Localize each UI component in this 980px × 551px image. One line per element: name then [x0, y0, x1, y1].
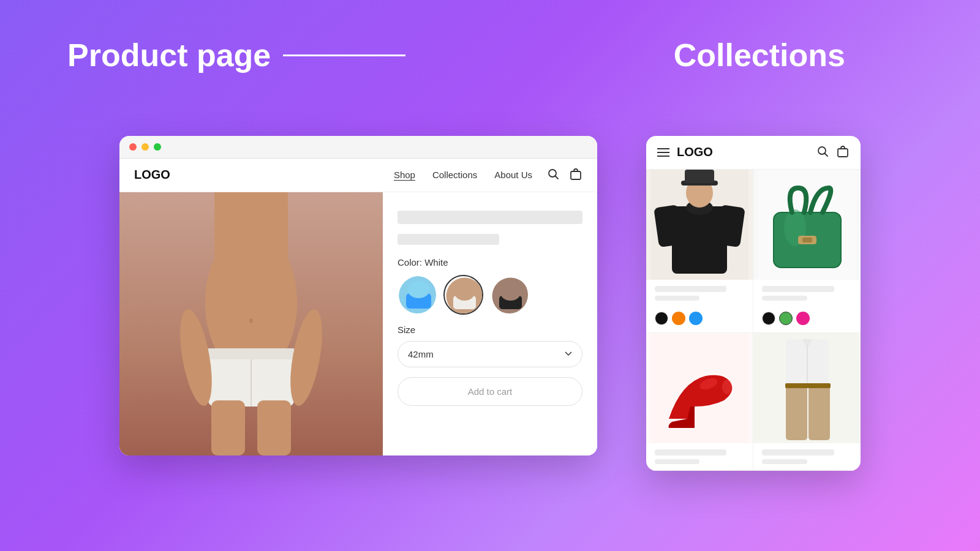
- card-image-pants: [753, 333, 861, 443]
- cart-icon[interactable]: [569, 167, 582, 183]
- collections-search-icon[interactable]: [816, 145, 829, 160]
- hamburger-line-3: [657, 156, 669, 157]
- size-label: Size: [398, 324, 582, 335]
- card-price-bar-heels: [655, 459, 699, 464]
- card-title-bar-bag: [762, 286, 834, 292]
- card-price-bar: [655, 296, 699, 301]
- card-swatches-bag: [753, 307, 861, 332]
- collections-text: Collections: [674, 37, 845, 73]
- svg-rect-9: [257, 400, 291, 455]
- collections-navbar: LOGO: [646, 136, 861, 170]
- card-info-heels: [646, 443, 753, 470]
- product-page-browser: LOGO Shop Collections About Us: [119, 136, 597, 455]
- card-price-bar-bag: [762, 296, 807, 301]
- svg-point-4: [249, 318, 253, 323]
- card-image-heels: [646, 333, 753, 443]
- nav-about-us[interactable]: About Us: [494, 170, 532, 180]
- hamburger-line-2: [657, 152, 669, 153]
- svg-line-1: [556, 176, 559, 179]
- product-navbar: LOGO Shop Collections About Us: [119, 159, 597, 192]
- product-card-bag[interactable]: [753, 170, 861, 333]
- swatch-black[interactable]: [655, 312, 668, 325]
- window-minimize-button[interactable]: [141, 143, 149, 151]
- nav-icons: [547, 167, 582, 183]
- product-photo: [119, 192, 383, 455]
- product-subtitle-placeholder: [398, 234, 499, 245]
- product-card-heels[interactable]: [646, 333, 753, 471]
- svg-rect-12: [214, 192, 288, 278]
- card-title-bar-pants: [762, 449, 834, 455]
- product-card-sweater[interactable]: [646, 170, 753, 333]
- svg-rect-46: [785, 383, 831, 388]
- label-divider: [283, 54, 405, 56]
- add-to-cart-button[interactable]: Add to cart: [398, 377, 582, 406]
- color-swatch-cyan[interactable]: [398, 275, 437, 315]
- svg-point-21: [501, 286, 521, 301]
- main-panels: LOGO Shop Collections About Us: [119, 81, 861, 471]
- svg-point-15: [408, 281, 430, 298]
- product-logo: LOGO: [134, 168, 170, 182]
- search-icon[interactable]: [547, 168, 559, 182]
- size-select[interactable]: 42mm 38mm 40mm 44mm: [398, 341, 582, 367]
- collections-cart-icon[interactable]: [836, 144, 850, 160]
- product-title-placeholder: [398, 211, 582, 224]
- svg-line-23: [825, 153, 828, 156]
- card-info-pants: [753, 443, 861, 470]
- nav-shop[interactable]: Shop: [394, 170, 415, 180]
- card-title-bar-heels: [655, 449, 726, 455]
- collections-grid: [646, 170, 861, 471]
- product-page-label: Product page: [67, 37, 405, 73]
- card-image-sweater: [646, 170, 753, 280]
- product-page-text: Product page: [67, 37, 271, 73]
- svg-rect-44: [786, 385, 807, 440]
- product-nav-links: Shop Collections About Us: [394, 170, 532, 180]
- card-price-bar-pants: [762, 459, 807, 464]
- card-image-bag: [753, 170, 861, 280]
- collections-logo: LOGO: [677, 145, 809, 159]
- svg-rect-24: [838, 149, 848, 157]
- color-swatches: [398, 275, 582, 315]
- color-swatch-black[interactable]: [489, 275, 529, 315]
- window-maximize-button[interactable]: [154, 143, 161, 151]
- svg-rect-8: [211, 400, 245, 455]
- browser-content: LOGO Shop Collections About Us: [119, 159, 597, 455]
- svg-rect-32: [685, 170, 714, 183]
- swatch-black-bag[interactable]: [762, 312, 775, 325]
- nav-collections[interactable]: Collections: [432, 170, 477, 180]
- product-details: Color: White: [383, 192, 597, 455]
- swatch-orange[interactable]: [672, 312, 685, 325]
- svg-rect-7: [207, 348, 295, 359]
- product-image-area: [119, 192, 383, 455]
- svg-rect-2: [571, 171, 581, 179]
- card-info-sweater: [646, 280, 753, 307]
- hamburger-line-1: [657, 148, 669, 149]
- card-title-bar: [655, 286, 726, 292]
- swatch-green-bag[interactable]: [779, 312, 793, 325]
- svg-point-41: [722, 380, 732, 394]
- svg-point-18: [455, 286, 475, 301]
- card-info-bag: [753, 280, 861, 307]
- browser-titlebar: [119, 136, 597, 159]
- size-section: Size 42mm 38mm 40mm 44mm: [398, 324, 582, 367]
- card-swatches-sweater: [646, 307, 753, 332]
- color-label: Color: White: [398, 257, 582, 268]
- color-swatch-white[interactable]: [443, 275, 483, 315]
- swatch-blue[interactable]: [689, 312, 703, 325]
- hamburger-menu-icon[interactable]: [657, 148, 669, 157]
- collections-label: Collections: [674, 37, 845, 73]
- swatch-pink-bag[interactable]: [796, 312, 810, 325]
- collections-nav-icons: [816, 144, 850, 160]
- collections-panel: LOGO: [646, 136, 861, 471]
- svg-rect-38: [802, 238, 812, 242]
- product-card-pants[interactable]: [753, 333, 861, 471]
- color-section: Color: White: [398, 257, 582, 315]
- window-close-button[interactable]: [129, 143, 137, 151]
- svg-rect-45: [809, 385, 830, 440]
- product-body: Color: White: [119, 192, 597, 455]
